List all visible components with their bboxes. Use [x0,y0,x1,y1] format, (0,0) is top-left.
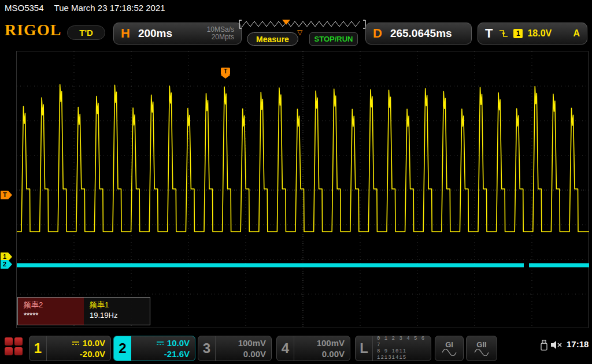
channel4-scale: 100mV [317,337,345,348]
sine-wave-icon [442,349,457,356]
rigol-logo: RIGOL [5,21,61,39]
channel2-button[interactable]: 2 10.0V -21.6V [113,336,195,361]
acquisition-info: 10MSa/s 20Mpts [207,26,234,41]
measurement-freq2-value: ***** [24,310,78,321]
gen2-button[interactable]: GII [466,336,497,361]
gen1-label: GI [445,341,453,349]
ch1-ground-marker[interactable]: 1 [1,252,12,261]
menu-square [5,347,13,355]
trigger-source-badge: 1 [513,29,523,38]
trigger-settings-button[interactable]: T 1 18.0V A [478,23,587,44]
mute-speaker-icon [550,340,563,350]
channel2-scale: 10.0V [167,337,190,348]
trigger-position-arrow-icon [221,75,230,79]
logic-label: L [356,336,373,361]
channel3-number: 3 [198,336,216,361]
horizontal-position-indicator: ▽ [297,29,302,36]
measurement-freq2-label: 频率2 [24,300,78,310]
sample-rate: 10MSa/s [207,25,234,34]
channel2-offset: -21.6V [131,348,190,359]
waveform-display[interactable] [16,51,589,328]
memory-depth: 20Mpts [212,33,234,41]
memory-waveform-strip[interactable] [239,20,366,29]
logic-row-0-7: 0 1 2 3 4 5 6 7 [377,336,431,348]
bottom-status-bar: 1 10.0V -20.0V 2 10.0V -21.6V 3 100mV 0.… [0,333,592,364]
channel1-number: 1 [29,336,47,361]
trigger-mode: A [573,28,580,39]
sine-wave-icon [474,349,489,356]
measurement-freq1: 频率1 19.19Hz [84,298,150,325]
channel2-number: 2 [114,336,131,361]
d-label: D [373,26,382,41]
t-label: T [485,26,493,41]
trigger-level-marker[interactable]: T [1,191,12,199]
channel4-number: 4 [277,336,294,361]
menu-square [14,347,23,355]
titlebar: MSO5354 Tue March 23 17:18:52 2021 [5,3,165,13]
datetime: Tue March 23 17:18:52 2021 [54,3,165,13]
trigger-position-marker[interactable]: T [221,68,230,79]
measurement-freq2: 频率2 ***** [18,298,84,325]
measurement-freq1-value: 19.19Hz [90,310,144,321]
stop-run-button[interactable]: STOP/RUN [309,32,358,46]
trigger-level-value: 18.0V [527,28,552,39]
oscilloscope-screen: MSO5354 Tue March 23 17:18:52 2021 RIGOL… [0,0,592,364]
h-label: H [121,26,130,41]
channel3-button[interactable]: 3 100mV 0.00V [198,336,272,361]
channel1-button[interactable]: 1 10.0V -20.0V [29,336,111,361]
channel4-offset: 0.00V [294,348,345,359]
measurement-freq1-label: 频率1 [90,300,144,310]
trigger-position-label: T [221,68,230,75]
menu-square [14,337,23,346]
channel4-button[interactable]: 4 100mV 0.00V [276,336,350,361]
usb-icon [540,340,548,351]
falling-edge-icon [498,28,509,39]
measurement-panel: 频率2 ***** 频率1 19.19Hz [17,297,150,325]
logic-row-8-15: 8 9 1011 12131415 [377,348,431,361]
horizontal-timebase-button[interactable]: H 200ms 10MSa/s 20Mpts [113,23,242,44]
channel1-scale: 10.0V [83,337,105,348]
trigger-status-badge: T'D [67,25,105,40]
measure-button[interactable]: Measure [247,32,298,46]
logic-channels-button[interactable]: L 0 1 2 3 4 5 6 7 8 9 1011 12131415 [355,336,431,361]
channel3-scale: 100mV [238,337,266,348]
delay-value: 265.0645ms [390,27,452,40]
dc-coupling-icon [72,340,80,346]
ch2-ground-marker[interactable]: 2 [1,260,12,269]
channel3-offset: 0.00V [216,348,266,359]
timebase-value: 200ms [138,27,172,40]
gen1-button[interactable]: GI [435,336,464,361]
delay-button[interactable]: D 265.0645ms [365,23,472,44]
gen2-label: GII [476,341,486,349]
menu-grid-icon[interactable] [5,337,23,356]
clock: 17:18 [567,339,589,349]
channel1-offset: -20.0V [47,348,105,359]
dc-coupling-icon [156,340,164,346]
model-name: MSO5354 [5,3,44,13]
menu-square [5,337,13,346]
